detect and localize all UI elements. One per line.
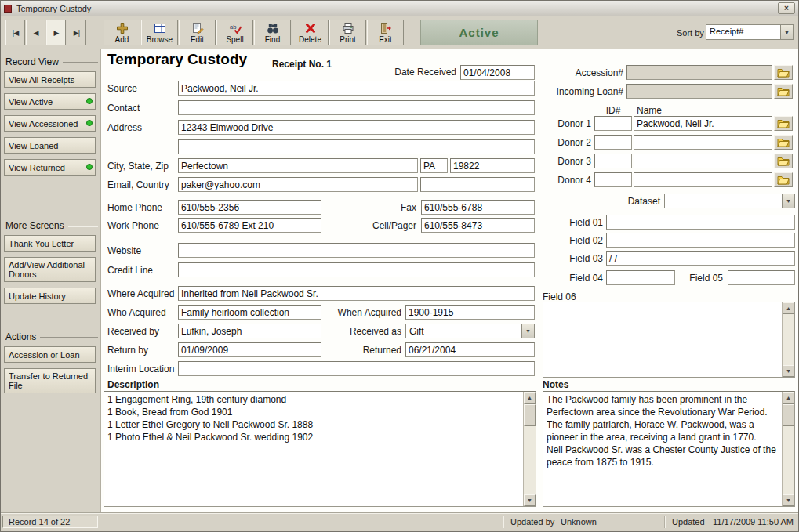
state-field[interactable]: PA: [420, 158, 448, 173]
address-line2-field[interactable]: [178, 139, 535, 154]
address-line1-field[interactable]: 12343 Elmwood Drive: [178, 120, 535, 135]
dataset-label: Dataset: [582, 194, 660, 209]
donor-3-id-field[interactable]: [594, 154, 632, 168]
received-as-value: Gift: [406, 324, 521, 338]
sidebar-item-thank-you-letter[interactable]: Thank You Letter: [4, 235, 96, 252]
section-more-screens: More Screens: [1, 219, 100, 232]
where-acquired-field[interactable]: Inherited from Neil Packwood Sr.: [178, 286, 535, 301]
email-field[interactable]: paker@yahoo.com: [178, 177, 418, 192]
incoming-loan-field[interactable]: [626, 84, 772, 99]
edit-button[interactable]: Edit: [179, 20, 216, 45]
received-as-select[interactable]: Gift ▼: [405, 324, 535, 338]
field05-field[interactable]: [728, 270, 795, 285]
source-field[interactable]: Packwood, Neil Jr.: [178, 81, 535, 96]
website-field[interactable]: [178, 243, 535, 258]
folder-icon: [777, 118, 790, 128]
date-received-field[interactable]: 01/04/2008: [460, 65, 535, 80]
donor-2-browse-button[interactable]: [774, 135, 793, 150]
scroll-up-icon[interactable]: ▲: [783, 392, 794, 404]
field03-field[interactable]: / /: [606, 251, 795, 266]
nav-next-button[interactable]: ▶: [46, 20, 66, 45]
donor-3-name-field[interactable]: [634, 154, 772, 168]
field04-field[interactable]: [606, 270, 675, 285]
incoming-loan-browse-button[interactable]: [774, 84, 793, 99]
edit-button-label: Edit: [191, 35, 204, 44]
find-button-label: Find: [265, 35, 280, 44]
accession-field[interactable]: [626, 65, 772, 80]
scroll-down-icon[interactable]: ▼: [524, 494, 536, 506]
accession-browse-button[interactable]: [774, 65, 793, 80]
description-scrollbar[interactable]: ▲ ▼: [523, 392, 536, 506]
field06-textarea[interactable]: ▲ ▼: [543, 302, 795, 378]
nav-prev-button[interactable]: ◀: [26, 20, 45, 45]
notes-textarea[interactable]: The Packwood family has been prominent i…: [543, 391, 795, 507]
close-button[interactable]: ×: [778, 2, 795, 14]
sidebar-item-view-returned[interactable]: View Returned: [4, 159, 96, 176]
scroll-up-icon[interactable]: ▲: [783, 302, 794, 314]
print-button[interactable]: Print: [329, 20, 366, 45]
field02-field[interactable]: [606, 233, 795, 248]
received-by-field[interactable]: Lufkin, Joseph: [178, 324, 321, 338]
notes-scrollbar[interactable]: ▲ ▼: [782, 392, 794, 506]
delete-button[interactable]: Delete: [292, 20, 329, 45]
add-button[interactable]: Add: [104, 20, 140, 45]
sidebar-item-transfer-to-returned[interactable]: Transfer to Returned File: [4, 368, 96, 393]
country-field[interactable]: [420, 177, 535, 192]
sidebar-item-view-all-receipts[interactable]: View All Receipts: [4, 71, 96, 88]
description-textarea[interactable]: 1 Engagement Ring, 19th century diamond …: [104, 391, 536, 507]
donor-1-id-field[interactable]: [594, 116, 632, 131]
field01-field[interactable]: [606, 215, 795, 230]
credit-line-field[interactable]: [178, 262, 535, 277]
donor-2-id-field[interactable]: [594, 135, 632, 150]
field06-scrollbar[interactable]: ▲ ▼: [782, 302, 794, 377]
incoming-loan-label: Incoming Loan#: [543, 85, 623, 100]
sort-by-label: Sort by: [677, 28, 704, 38]
nav-last-button[interactable]: ▶|: [67, 20, 86, 45]
sidebar-item-view-loaned[interactable]: View Loaned: [4, 137, 96, 154]
spell-button[interactable]: ab Spell: [216, 20, 253, 45]
delete-x-icon: [304, 22, 317, 34]
scroll-thumb[interactable]: [783, 404, 794, 426]
work-phone-field[interactable]: 610/555-6789 Ext 210: [178, 218, 321, 233]
exit-button[interactable]: Exit: [367, 20, 404, 45]
browse-button[interactable]: Browse: [141, 20, 178, 45]
dataset-value: [665, 194, 782, 208]
find-button[interactable]: Find: [254, 20, 291, 45]
donor-1-browse-button[interactable]: [774, 116, 793, 131]
contact-field[interactable]: [178, 100, 535, 115]
donor-4-id-field[interactable]: [594, 172, 632, 187]
donor-1-name-field[interactable]: Packwood, Neil Jr.: [634, 116, 772, 131]
when-acquired-field[interactable]: 1900-1915: [405, 305, 535, 320]
dataset-select[interactable]: ▼: [664, 194, 795, 208]
zip-field[interactable]: 19822: [450, 158, 535, 173]
chevron-down-icon[interactable]: ▼: [780, 25, 793, 39]
sidebar-item-additional-donors[interactable]: Add/View Additional Donors: [4, 257, 96, 282]
sidebar-item-view-active[interactable]: View Active: [4, 93, 96, 110]
city-field[interactable]: Perfectown: [178, 158, 418, 173]
return-by-field[interactable]: 01/09/2009: [178, 342, 321, 357]
spell-check-icon: ab: [229, 22, 242, 34]
field02-label: Field 02: [543, 233, 603, 248]
scroll-down-icon[interactable]: ▼: [783, 494, 794, 506]
donor-4-name-field[interactable]: [634, 172, 772, 187]
donor-2-name-field[interactable]: [634, 135, 772, 150]
cell-pager-field[interactable]: 610/555-8473: [421, 218, 535, 233]
donor-4-browse-button[interactable]: [774, 172, 793, 187]
sidebar-item-view-accessioned[interactable]: View Accessioned: [4, 115, 96, 132]
nav-first-button[interactable]: |◀: [5, 20, 25, 45]
home-phone-field[interactable]: 610/555-2356: [178, 200, 321, 215]
scroll-up-icon[interactable]: ▲: [524, 392, 536, 404]
main-content: Temporary Custody Receipt No. 1 Date Rec…: [100, 49, 798, 513]
who-acquired-field[interactable]: Family heirloom collection: [178, 305, 321, 320]
chevron-down-icon[interactable]: ▼: [521, 324, 534, 338]
sidebar-item-update-history[interactable]: Update History: [4, 288, 96, 304]
sidebar-item-accession-or-loan[interactable]: Accession or Loan: [4, 346, 96, 363]
scroll-down-icon[interactable]: ▼: [783, 365, 794, 377]
chevron-down-icon[interactable]: ▼: [782, 194, 794, 208]
interim-location-field[interactable]: [178, 361, 535, 376]
fax-field[interactable]: 610/555-6788: [421, 200, 535, 215]
returned-field[interactable]: 06/21/2004: [405, 342, 535, 357]
sort-by-select[interactable]: Receipt# ▼: [706, 24, 794, 40]
donor-3-browse-button[interactable]: [774, 154, 793, 168]
scroll-thumb[interactable]: [524, 404, 536, 426]
